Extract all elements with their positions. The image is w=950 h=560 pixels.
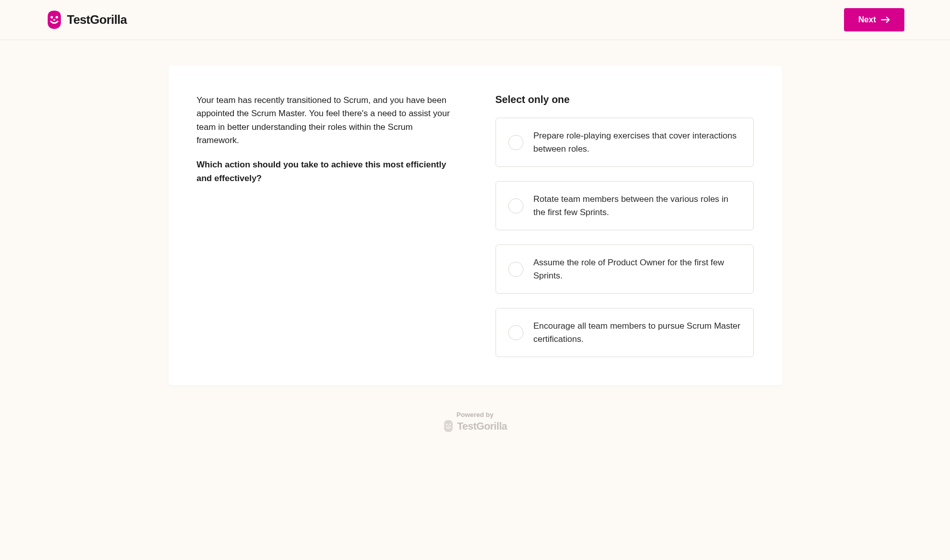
answer-option-3[interactable]: Encourage all team members to pursue Scr… [496, 308, 754, 357]
answer-option-1[interactable]: Rotate team members between the various … [496, 181, 754, 230]
main-content: Your team has recently transitioned to S… [158, 65, 792, 386]
answer-option-text: Prepare role-playing exercises that cove… [534, 129, 741, 155]
arrow-right-icon [881, 16, 890, 23]
answer-option-text: Encourage all team members to pursue Scr… [534, 320, 741, 345]
svg-point-0 [51, 16, 53, 19]
svg-point-3 [446, 424, 447, 425]
brand-name: TestGorilla [67, 13, 127, 27]
radio-icon [508, 325, 523, 340]
footer-brand-logo: TestGorilla [443, 419, 507, 433]
answer-option-2[interactable]: Assume the role of Product Owner for the… [496, 244, 754, 294]
app-header: TestGorilla Next [0, 0, 950, 40]
svg-point-4 [449, 424, 451, 425]
radio-icon [508, 262, 523, 277]
answer-option-text: Rotate team members between the various … [534, 193, 741, 219]
radio-icon [508, 135, 523, 150]
page-footer: Powered by TestGorilla [0, 386, 950, 465]
answers-heading: Select only one [496, 94, 754, 106]
brand-logo: TestGorilla [46, 10, 127, 30]
next-button-label: Next [858, 15, 876, 24]
radio-icon [508, 198, 523, 214]
question-card: Your team has recently transitioned to S… [168, 65, 782, 386]
svg-point-5 [448, 426, 449, 427]
answer-option-0[interactable]: Prepare role-playing exercises that cove… [496, 118, 754, 167]
footer-brand-name: TestGorilla [457, 421, 507, 432]
svg-point-2 [53, 19, 55, 21]
svg-point-1 [56, 16, 58, 19]
answers-panel: Select only one Prepare role-playing exe… [496, 94, 754, 357]
question-panel: Your team has recently transitioned to S… [197, 94, 455, 357]
answer-option-text: Assume the role of Product Owner for the… [534, 256, 741, 282]
gorilla-logo-icon [46, 10, 63, 30]
question-prompt: Which action should you take to achieve … [197, 158, 455, 185]
next-button[interactable]: Next [844, 8, 904, 31]
powered-by-label: Powered by [0, 411, 950, 418]
question-context: Your team has recently transitioned to S… [197, 94, 455, 147]
gorilla-logo-icon [443, 419, 454, 433]
